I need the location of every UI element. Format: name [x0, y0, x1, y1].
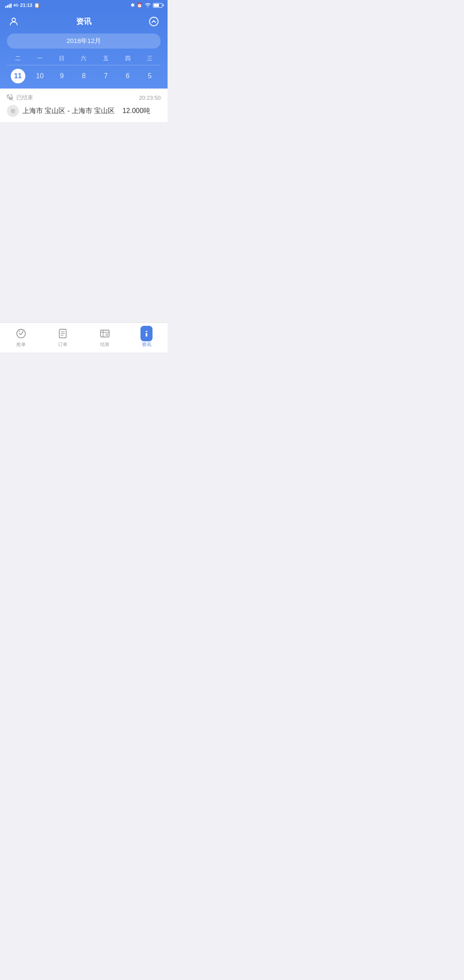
date-10[interactable]: 10: [29, 69, 51, 83]
svg-point-12: [146, 331, 147, 333]
status-time: 21:13: [20, 3, 32, 8]
bell-mute-icon: [7, 94, 14, 101]
news-status: 已结束: [7, 94, 33, 101]
news-route: 上海市 宝山区 - 上海市 宝山区: [22, 107, 115, 114]
nav-item-settle[interactable]: 结算: [84, 323, 126, 352]
day-label-7: 三: [139, 55, 161, 62]
content-area: 已结束 20:23:50 抢 上海市 宝山区 - 上海市 宝山区 12.000吨: [0, 89, 168, 308]
nav-item-order[interactable]: 订单: [42, 323, 84, 352]
news-time: 20:23:50: [139, 95, 161, 101]
grab-nav-label: 抢单: [16, 341, 26, 348]
settle-icon: [99, 328, 111, 340]
day-label-2: 一: [29, 55, 51, 62]
news-item[interactable]: 已结束 20:23:50 抢 上海市 宝山区 - 上海市 宝山区 12.000吨: [0, 89, 168, 122]
info-nav-label: 资讯: [142, 341, 151, 348]
network-type: 4G: [13, 3, 18, 7]
news-weight: 12.000吨: [122, 107, 150, 114]
page-title: 资讯: [21, 16, 147, 27]
header-top: 资讯: [7, 15, 161, 28]
date-11[interactable]: 11: [7, 69, 29, 83]
svg-point-0: [12, 18, 15, 21]
svg-point-1: [150, 17, 158, 26]
nav-item-info[interactable]: 资讯: [126, 323, 168, 352]
up-icon[interactable]: [147, 15, 161, 28]
grab-icon: [15, 328, 27, 340]
status-left: 4G 21:13 📋: [5, 3, 40, 8]
day-label-4: 六: [73, 55, 95, 62]
status-right: ✱ ⏰: [131, 2, 162, 9]
status-text: 已结束: [16, 94, 33, 101]
svg-rect-13: [146, 333, 147, 337]
header: 资讯 2018年12月 二 一 日 六 五 四 三 11 10 9 8: [0, 10, 168, 89]
date-5[interactable]: 5: [139, 69, 161, 83]
battery-icon: [153, 3, 162, 8]
date-9[interactable]: 9: [51, 69, 73, 83]
grab-badge: 抢: [7, 105, 19, 117]
info-icon: [140, 328, 153, 340]
month-selector[interactable]: 2018年12月: [7, 34, 161, 49]
date-6[interactable]: 6: [117, 69, 139, 83]
bluetooth-icon: ✱: [131, 3, 134, 8]
calendar-dates: 11 10 9 8 7 6 5: [7, 69, 161, 89]
day-label-6: 四: [117, 55, 139, 62]
day-label-3: 日: [51, 55, 73, 62]
status-bar: 4G 21:13 📋 ✱ ⏰: [0, 0, 168, 10]
alarm-icon: ⏰: [137, 3, 143, 8]
date-8[interactable]: 8: [73, 69, 95, 83]
storage-icon: 📋: [34, 3, 40, 8]
day-label-5: 五: [95, 55, 117, 62]
user-icon[interactable]: [7, 15, 21, 28]
settle-nav-label: 结算: [100, 341, 110, 348]
news-item-header: 已结束 20:23:50: [7, 94, 161, 101]
day-label-1: 二: [7, 55, 29, 62]
nav-item-grab[interactable]: 抢单: [0, 323, 42, 352]
svg-rect-7: [101, 330, 109, 337]
wifi-icon: [145, 2, 151, 9]
news-route-weight: 上海市 宝山区 - 上海市 宝山区 12.000吨: [22, 107, 150, 116]
order-nav-label: 订单: [58, 341, 67, 348]
date-7[interactable]: 7: [95, 69, 117, 83]
news-body: 抢 上海市 宝山区 - 上海市 宝山区 12.000吨: [7, 105, 161, 117]
order-icon: [57, 328, 69, 340]
bottom-nav: 抢单 订单 结算: [0, 322, 168, 352]
calendar-day-labels: 二 一 日 六 五 四 三: [7, 55, 161, 65]
signal-icon: [5, 3, 12, 8]
